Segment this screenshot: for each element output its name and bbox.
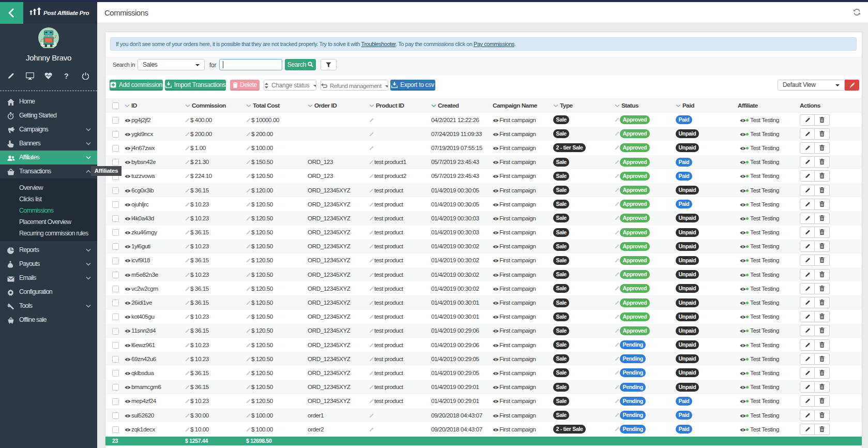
svg-text:?: ? xyxy=(64,72,69,80)
